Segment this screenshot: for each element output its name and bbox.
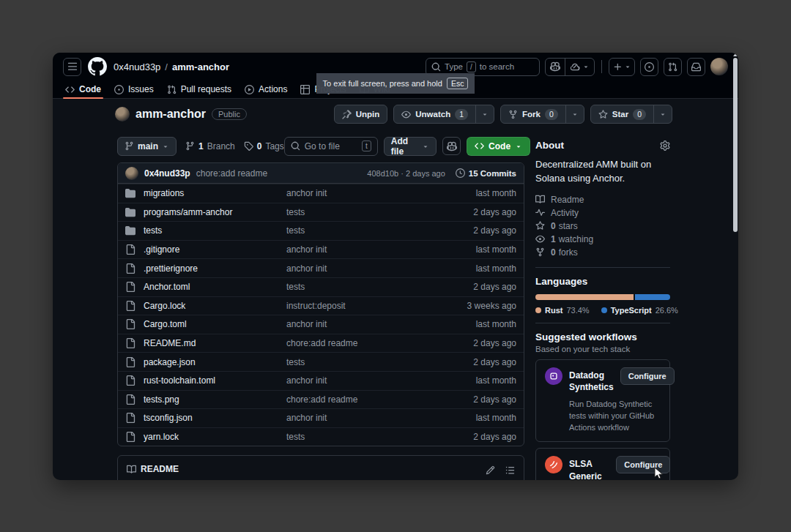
- scroll-up-arrow[interactable]: [733, 53, 738, 56]
- file-name[interactable]: yarn.lock: [144, 432, 286, 442]
- stars-link[interactable]: 0stars: [535, 220, 670, 233]
- fork-button[interactable]: Fork0: [500, 105, 584, 124]
- file-icon: [125, 394, 137, 405]
- file-commit-message[interactable]: anchor init: [286, 413, 448, 423]
- create-new-button[interactable]: [609, 58, 635, 76]
- table-row[interactable]: tests.pngchore:add readme2 days ago: [118, 390, 524, 409]
- table-row[interactable]: README.mdchore:add readme2 days ago: [118, 334, 524, 353]
- watch-dropdown[interactable]: [475, 105, 494, 123]
- file-name[interactable]: Cargo.lock: [144, 301, 286, 311]
- workflow-name[interactable]: SLSA Generic generator: [569, 456, 609, 480]
- activity-link[interactable]: Activity: [535, 206, 670, 220]
- table-row[interactable]: yarn.locktests2 days ago: [118, 427, 524, 446]
- unpin-button[interactable]: Unpin: [334, 105, 388, 124]
- table-row[interactable]: tsconfig.jsonanchor initlast month: [118, 408, 524, 427]
- workflow-name[interactable]: Datadog Synthetics: [569, 367, 614, 394]
- edit-about-button[interactable]: [660, 141, 670, 151]
- file-name[interactable]: package.json: [144, 357, 286, 367]
- branches-link[interactable]: 1Branch: [185, 141, 235, 151]
- file-name[interactable]: .gitignore: [144, 244, 286, 255]
- copilot-code-button[interactable]: [442, 137, 461, 155]
- copilot-agents-dropdown[interactable]: [565, 59, 594, 75]
- file-commit-message[interactable]: tests: [286, 207, 448, 217]
- issues-dashboard-button[interactable]: [640, 58, 658, 76]
- notifications-inbox-button[interactable]: [687, 58, 705, 76]
- file-commit-message[interactable]: chore:add readme: [286, 338, 448, 348]
- forks-link[interactable]: 0forks: [535, 246, 670, 259]
- commit-message[interactable]: chore:add readme: [196, 168, 267, 179]
- file-name[interactable]: tsconfig.json: [144, 413, 286, 423]
- file-commit-message[interactable]: tests: [286, 357, 448, 367]
- table-row[interactable]: Anchor.tomltests2 days ago: [118, 277, 524, 296]
- breadcrumb-owner[interactable]: 0x4nud33p: [114, 61, 160, 72]
- file-name[interactable]: migrations: [144, 188, 286, 198]
- fork-dropdown[interactable]: [565, 105, 584, 123]
- table-row[interactable]: Cargo.tomlanchor initlast month: [118, 315, 524, 334]
- file-name[interactable]: README.md: [144, 338, 286, 348]
- language-typescript[interactable]: TypeScript26.6%: [601, 306, 678, 315]
- file-commit-message[interactable]: tests: [286, 282, 448, 292]
- file-name[interactable]: Anchor.toml: [144, 282, 286, 292]
- file-commit-message[interactable]: tests: [286, 432, 448, 442]
- file-name[interactable]: tests.png: [144, 394, 286, 405]
- branch-selector[interactable]: main: [117, 137, 177, 156]
- file-commit-message[interactable]: anchor init: [286, 375, 448, 386]
- file-commit-message[interactable]: chore:add readme: [286, 394, 448, 405]
- file-commit-message[interactable]: tests: [286, 225, 448, 236]
- go-to-file-input[interactable]: Go to file t: [284, 137, 378, 156]
- github-logo[interactable]: [88, 57, 107, 76]
- table-row[interactable]: Cargo.lockinstruct:deposit3 weeks ago: [118, 296, 524, 315]
- tab-code[interactable]: Code: [59, 80, 108, 98]
- table-row[interactable]: .gitignoreanchor initlast month: [118, 240, 524, 259]
- file-commit-message[interactable]: anchor init: [286, 319, 448, 329]
- star-dropdown[interactable]: [653, 105, 672, 123]
- file-commit-message[interactable]: anchor init: [286, 244, 448, 255]
- code-dropdown-button[interactable]: Code: [467, 137, 530, 156]
- add-file-button[interactable]: Add file: [384, 137, 437, 156]
- edit-readme-button[interactable]: [486, 462, 495, 476]
- readme-link[interactable]: Readme: [535, 193, 670, 206]
- file-name[interactable]: tests: [144, 225, 286, 236]
- commit-meta[interactable]: 408d10b · 2 days ago: [367, 169, 445, 178]
- readme-outline-button[interactable]: [505, 462, 515, 476]
- repo-title[interactable]: amm-anchor: [135, 108, 206, 121]
- tags-link[interactable]: 0Tags: [244, 141, 284, 151]
- star-button[interactable]: Star0: [590, 105, 672, 124]
- configure-button[interactable]: Configure: [620, 367, 675, 385]
- file-name[interactable]: programs/amm-anchor: [144, 207, 286, 217]
- page-scrollbar[interactable]: [732, 53, 738, 480]
- file-name[interactable]: Cargo.toml: [144, 319, 286, 329]
- pull-requests-dashboard-button[interactable]: [664, 58, 682, 76]
- commit-author-avatar[interactable]: [125, 167, 138, 180]
- table-row[interactable]: migrationsanchor initlast month: [118, 184, 524, 203]
- global-nav-menu-button[interactable]: [63, 58, 81, 76]
- repo-owner-avatar[interactable]: [115, 107, 130, 121]
- table-row[interactable]: teststests2 days ago: [118, 221, 524, 240]
- tab-actions[interactable]: Actions: [238, 80, 294, 98]
- table-row[interactable]: programs/amm-anchortests2 days ago: [118, 203, 524, 222]
- watching-link[interactable]: 1watching: [535, 233, 670, 246]
- file-commit-message[interactable]: anchor init: [286, 188, 448, 198]
- watch-button[interactable]: Unwatch1: [393, 105, 494, 124]
- scrollbar-thumb[interactable]: [733, 58, 738, 232]
- commit-author[interactable]: 0x4nud33p: [144, 168, 190, 179]
- file-name[interactable]: .prettierignore: [144, 263, 286, 274]
- typescript-bar-segment[interactable]: [635, 294, 670, 300]
- play-icon: [245, 85, 254, 94]
- breadcrumb-repo[interactable]: amm-anchor: [172, 61, 229, 72]
- file-name[interactable]: rust-toolchain.toml: [144, 375, 286, 386]
- table-row[interactable]: rust-toolchain.tomlanchor initlast month: [118, 371, 524, 390]
- readme-tab[interactable]: README: [127, 456, 179, 480]
- tab-issues[interactable]: Issues: [108, 80, 160, 98]
- commit-history-link[interactable]: 15 Commits: [456, 168, 516, 178]
- copilot-button[interactable]: [546, 59, 565, 75]
- commit-sha[interactable]: 408d10b: [367, 169, 398, 178]
- rust-bar-segment[interactable]: [535, 294, 634, 300]
- tab-pull-requests[interactable]: Pull requests: [160, 80, 238, 98]
- file-commit-message[interactable]: anchor init: [286, 263, 448, 274]
- user-avatar[interactable]: [710, 58, 728, 75]
- language-rust[interactable]: Rust73.4%: [535, 306, 590, 315]
- table-row[interactable]: .prettierignoreanchor initlast month: [118, 258, 524, 277]
- table-row[interactable]: package.jsontests2 days ago: [118, 352, 524, 371]
- file-commit-message[interactable]: instruct:deposit: [286, 301, 448, 311]
